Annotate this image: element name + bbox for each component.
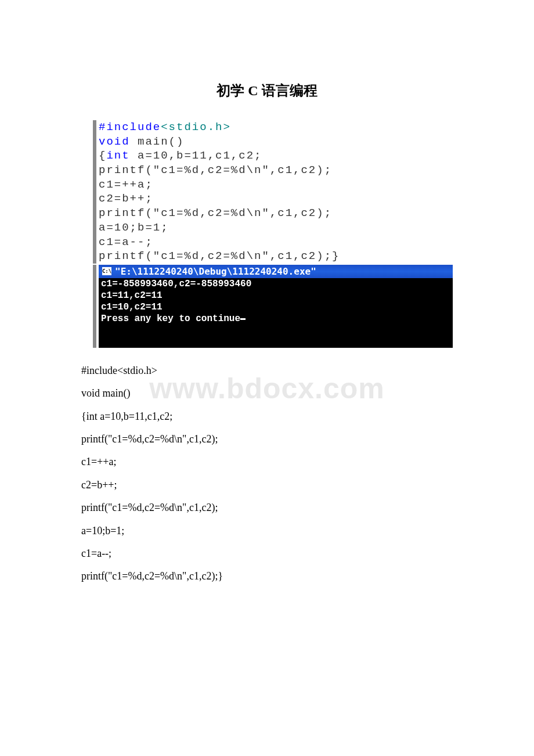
text-line: c2=b++; [81, 478, 453, 492]
code-keyword: void [99, 135, 130, 148]
code-keyword: #include [99, 121, 161, 134]
text-line: c1=++a; [81, 455, 453, 469]
text-line: printf("c1=%d,c2=%d\n",c1,c2); [81, 501, 453, 514]
code-line: a=10;b=1; [99, 221, 453, 235]
document-title: 初学 C 语言编程 [81, 81, 453, 100]
terminal-icon: C:\ [102, 267, 111, 275]
terminal-title-text: "E:\1112240240\Debug\1112240240.exe" [115, 266, 316, 277]
terminal-line: Press any key to continue [101, 314, 240, 324]
code-line: printf("c1=%d,c2=%d\n",c1,c2); [99, 163, 453, 178]
text-line: c1=a--; [81, 547, 453, 560]
code-text: { [99, 149, 106, 162]
terminal-line: c1=10,c2=11 [101, 302, 163, 312]
cursor-icon [240, 318, 246, 320]
text-line: a=10;b=1; [81, 524, 453, 538]
text-line: #include<stdio.h> [81, 364, 453, 377]
terminal-title-bar: C:\ "E:\1112240240\Debug\1112240240.exe" [99, 265, 453, 278]
terminal-output: c1=-858993460,c2=-858993460 c1=11,c2=11 … [99, 278, 453, 348]
code-line: printf("c1=%d,c2=%d\n",c1,c2);} [99, 249, 453, 264]
terminal-line: c1=11,c2=11 [101, 290, 163, 301]
document-body-text: #include<stdio.h> void main() {int a=10,… [81, 364, 453, 584]
code-keyword: int [106, 149, 129, 162]
code-line: c1=++a; [99, 178, 453, 192]
terminal-line: c1=-858993460,c2=-858993460 [101, 279, 251, 289]
text-line: void main() [81, 387, 453, 400]
text-line: printf("c1=%d,c2=%d\n",c1,c2);} [81, 570, 453, 583]
code-text: main() [130, 135, 185, 148]
code-line: printf("c1=%d,c2=%d\n",c1,c2); [99, 206, 453, 221]
text-line: {int a=10,b=11,c1,c2; [81, 410, 453, 423]
code-header: <stdio.h> [161, 121, 231, 134]
terminal-window: C:\ "E:\1112240240\Debug\1112240240.exe"… [93, 265, 453, 348]
code-line: c1=a--; [99, 235, 453, 250]
code-text: a=10,b=11,c1,c2; [130, 149, 262, 162]
code-line: c2=b++; [99, 192, 453, 206]
source-code-block: #include<stdio.h> void main() {int a=10,… [93, 120, 453, 264]
text-line: printf("c1=%d,c2=%d\n",c1,c2); [81, 433, 453, 446]
